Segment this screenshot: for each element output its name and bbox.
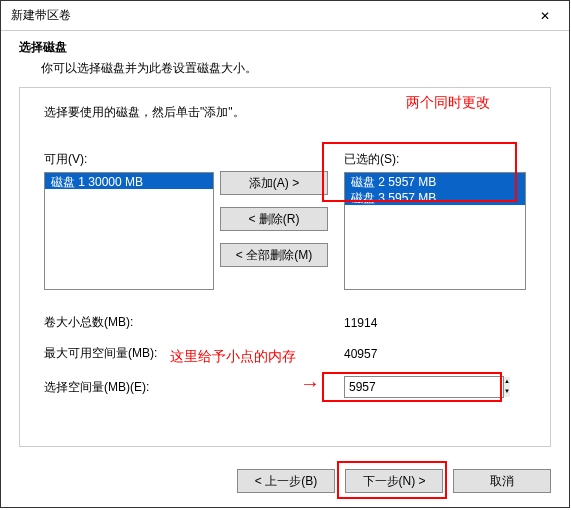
available-label: 可用(V): [44,151,214,168]
available-listbox[interactable]: 磁盘 1 30000 MB [44,172,214,290]
total-size-value: 11914 [344,316,504,330]
next-button[interactable]: 下一步(N) > [345,469,443,493]
select-size-label: 选择空间量(MB)(E): [44,379,344,396]
annotation-top: 两个同时更改 [406,94,490,112]
disk-columns: 可用(V): 磁盘 1 30000 MB 添加(A) > < 删除(R) < 全… [44,151,526,290]
close-button[interactable]: ✕ [523,2,567,30]
back-button[interactable]: < 上一步(B) [237,469,335,493]
wizard-window: 新建带区卷 ✕ 选择磁盘 你可以选择磁盘并为此卷设置磁盘大小。 选择要使用的磁盘… [0,0,570,508]
footer-buttons: < 上一步(B) 下一步(N) > 取消 [237,469,551,493]
select-size-row: 选择空间量(MB)(E): ▲ ▼ [44,376,526,398]
total-size-row: 卷大小总数(MB): 11914 [44,314,526,331]
remove-button[interactable]: < 删除(R) [220,207,328,231]
max-size-value: 40957 [344,347,504,361]
window-title: 新建带区卷 [11,7,523,24]
spinner-buttons: ▲ ▼ [503,377,510,397]
header-title: 选择磁盘 [19,39,551,56]
cancel-button[interactable]: 取消 [453,469,551,493]
total-size-label: 卷大小总数(MB): [44,314,344,331]
spinner-up-icon[interactable]: ▲ [504,377,510,387]
close-icon: ✕ [540,9,550,23]
list-item[interactable]: 磁盘 2 5957 MB [345,173,525,189]
select-size-spinner[interactable]: ▲ ▼ [344,376,504,398]
selected-column: 已选的(S): 磁盘 2 5957 MB 磁盘 3 5957 MB [344,151,526,290]
header: 选择磁盘 你可以选择磁盘并为此卷设置磁盘大小。 [1,31,569,87]
titlebar: 新建带区卷 ✕ [1,1,569,31]
arrow-icon: → [300,372,320,395]
available-column: 可用(V): 磁盘 1 30000 MB [44,151,214,290]
list-item[interactable]: 磁盘 1 30000 MB [45,173,213,189]
header-subtitle: 你可以选择磁盘并为此卷设置磁盘大小。 [19,60,551,77]
select-size-input[interactable] [345,377,503,397]
selected-listbox[interactable]: 磁盘 2 5957 MB 磁盘 3 5957 MB [344,172,526,290]
list-item[interactable]: 磁盘 3 5957 MB [345,189,525,205]
spinner-down-icon[interactable]: ▼ [504,387,510,397]
content-panel: 选择要使用的磁盘，然后单击"添加"。 两个同时更改 可用(V): 磁盘 1 30… [19,87,551,447]
transfer-buttons: 添加(A) > < 删除(R) < 全部删除(M) [214,151,334,290]
remove-all-button[interactable]: < 全部删除(M) [220,243,328,267]
add-button[interactable]: 添加(A) > [220,171,328,195]
selected-label: 已选的(S): [344,151,526,168]
annotation-mid: 这里给予小点的内存 [170,348,296,366]
